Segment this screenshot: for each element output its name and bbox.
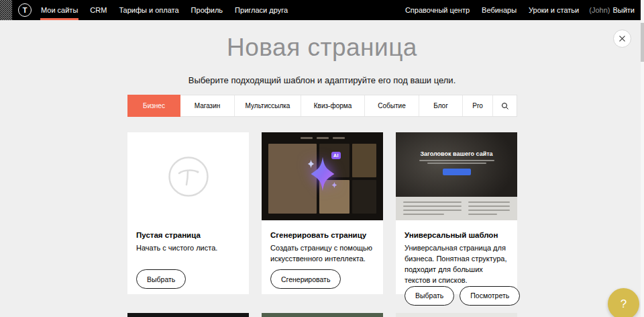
nav-profile[interactable]: Профиль bbox=[185, 0, 229, 20]
next-template-row bbox=[127, 313, 517, 317]
preview-text-section bbox=[396, 197, 517, 220]
card-actions: Сгенерировать bbox=[262, 269, 383, 294]
nav-my-sites[interactable]: Мои сайты bbox=[35, 0, 84, 20]
user-area: (John) Выйти bbox=[585, 6, 635, 14]
preview-hero: Заголовок вашего сайта bbox=[396, 132, 517, 197]
card-blank-page: Пустая страница Начать с чистого листа. … bbox=[127, 132, 249, 294]
choose-universal-button[interactable]: Выбрать bbox=[405, 286, 454, 306]
choose-blank-button[interactable]: Выбрать bbox=[136, 269, 186, 289]
card-title: Сгенерировать страницу bbox=[262, 220, 383, 239]
logout-link[interactable]: Выйти bbox=[612, 6, 635, 14]
user-name: (John) bbox=[589, 6, 610, 14]
nav-lessons-articles[interactable]: Уроки и статьи bbox=[523, 0, 585, 20]
tab-business[interactable]: Бизнес bbox=[127, 95, 180, 117]
close-icon bbox=[619, 35, 626, 42]
card-preview-partial[interactable] bbox=[396, 313, 517, 317]
search-icon bbox=[501, 102, 509, 110]
close-button[interactable] bbox=[613, 30, 631, 48]
scrollbar-thumb[interactable] bbox=[641, 23, 644, 62]
tab-quiz-form[interactable]: Квиз-форма bbox=[301, 95, 365, 116]
scrollbar[interactable] bbox=[641, 0, 644, 317]
universal-template-preview: Заголовок вашего сайта bbox=[396, 132, 517, 220]
card-description: Универсальная страница для бизнеса. Поня… bbox=[396, 239, 517, 286]
tilda-circle-logo-icon bbox=[168, 156, 209, 197]
generate-button[interactable]: Сгенерировать bbox=[270, 269, 341, 289]
card-preview-partial[interactable] bbox=[262, 313, 383, 317]
tab-shop[interactable]: Магазин bbox=[180, 95, 235, 116]
card-description: Создать страницу с помощью искусственног… bbox=[262, 239, 383, 265]
tab-event[interactable]: Событие bbox=[365, 95, 419, 116]
tab-pro[interactable]: Pro bbox=[463, 95, 493, 116]
nav-tariffs-payment[interactable]: Тарифы и оплата bbox=[113, 0, 184, 20]
mock-site-nav bbox=[262, 137, 383, 139]
nav-webinars[interactable]: Вебинары bbox=[476, 0, 523, 20]
secondary-nav: Справочный центр Вебинары Уроки и статьи… bbox=[399, 0, 635, 20]
nav-invite-friend[interactable]: Пригласи друга bbox=[229, 0, 294, 20]
card-preview-partial[interactable] bbox=[127, 313, 249, 317]
tab-search[interactable] bbox=[493, 95, 517, 116]
texture-strip bbox=[0, 0, 12, 20]
card-description: Начать с чистого листа. bbox=[127, 239, 249, 254]
view-universal-button[interactable]: Посмотреть bbox=[460, 286, 520, 306]
preview-cta-button bbox=[443, 169, 471, 175]
help-button[interactable]: ? bbox=[608, 288, 639, 317]
logo-letter: T bbox=[23, 6, 28, 14]
card-actions: Выбрать bbox=[127, 269, 249, 294]
card-title: Пустая страница bbox=[127, 220, 249, 239]
template-category-tabs: Бизнес Магазин Мультиссылка Квиз-форма С… bbox=[127, 95, 517, 117]
tilda-logo[interactable]: T bbox=[18, 3, 32, 17]
page-subtitle: Выберите подходящий шаблон и адаптируйте… bbox=[0, 75, 644, 85]
ai-badge: AI bbox=[331, 152, 341, 159]
card-title: Универсальный шаблон bbox=[396, 220, 517, 239]
main-nav: Мои сайты CRM Тарифы и оплата Профиль Пр… bbox=[35, 0, 294, 20]
nav-crm[interactable]: CRM bbox=[84, 0, 113, 20]
blank-page-preview bbox=[127, 132, 249, 220]
ai-generate-preview: AI bbox=[262, 132, 383, 220]
page-title: Новая страница bbox=[0, 34, 644, 62]
card-generate-page: AI Сгенерировать страницу Создать страни… bbox=[262, 132, 383, 294]
top-navbar: T Мои сайты CRM Тарифы и оплата Профиль … bbox=[0, 0, 644, 20]
tab-multilink[interactable]: Мультиссылка bbox=[235, 95, 301, 116]
nav-help-center[interactable]: Справочный центр bbox=[399, 0, 476, 20]
tab-blog[interactable]: Блог bbox=[419, 95, 463, 116]
preview-site-title: Заголовок вашего сайта bbox=[396, 132, 517, 157]
card-actions: Выбрать Посмотреть bbox=[396, 286, 517, 311]
card-universal-template: Заголовок вашего сайта Универсальный шаб… bbox=[396, 132, 517, 294]
template-cards: Пустая страница Начать с чистого листа. … bbox=[127, 132, 517, 294]
